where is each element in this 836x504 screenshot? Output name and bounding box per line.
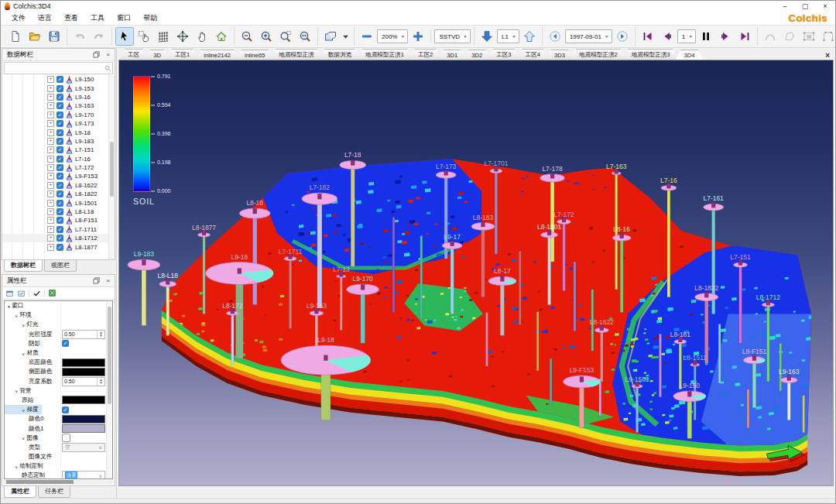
circle-right-button[interactable] <box>613 27 632 46</box>
skip-end-button[interactable] <box>735 27 754 46</box>
3d-viewport[interactable]: L7-18L7-1701L7-163L7-173L7-178L7-16L7-18… <box>118 60 834 486</box>
arrow-up-button[interactable] <box>520 27 539 46</box>
property-row[interactable]: 静态定制 顶置∨ <box>5 471 112 479</box>
tree-item-well[interactable]: + ✓ L7-151 <box>2 146 115 154</box>
move-cross-button[interactable] <box>173 27 192 46</box>
menu-item-5[interactable]: 帮助 <box>137 12 163 24</box>
well[interactable] <box>550 358 552 405</box>
property-row[interactable]: 底面颜色 <box>5 358 112 367</box>
expand-icon[interactable]: + <box>47 208 54 215</box>
光照强度-spinner[interactable]: 0.50▲▼ <box>62 330 105 339</box>
property-row[interactable]: ∨背景 <box>5 386 112 396</box>
tree-item-well[interactable]: + ✓ L9-173 <box>2 119 115 128</box>
fence-grid-button[interactable] <box>154 27 173 46</box>
property-row[interactable]: ∨环境 <box>5 310 112 320</box>
minus-button[interactable] <box>358 27 376 46</box>
property-row[interactable]: 光照强度 0.50▲▼ <box>5 330 112 339</box>
原始-color-swatch[interactable] <box>62 396 105 404</box>
menu-item-4[interactable]: 窗口 <box>111 12 137 24</box>
view-tab-数据浏览[interactable]: 数据浏览 <box>320 49 360 60</box>
well-visibility-checkbox[interactable]: ✓ <box>57 102 63 109</box>
expand-icon[interactable]: + <box>47 76 54 83</box>
zoom-level-select[interactable]: 200%▼ <box>377 29 408 43</box>
circle-left-button[interactable] <box>546 27 564 46</box>
tree-item-well[interactable]: + ✓ L9-18 <box>2 128 115 136</box>
window-check-icon[interactable] <box>17 289 26 297</box>
well-visibility-checkbox[interactable]: ✓ <box>57 226 63 233</box>
well-visibility-checkbox[interactable]: ✓ <box>57 182 63 189</box>
scene-canvas[interactable]: L7-18L7-1701L7-163L7-173L7-178L7-16L7-18… <box>119 60 833 485</box>
date-select[interactable]: 1997-09-01▼ <box>565 29 612 43</box>
arrow-down-button[interactable] <box>478 27 496 46</box>
well-visibility-checkbox[interactable]: ✓ <box>57 164 63 171</box>
expand-icon[interactable]: + <box>47 94 54 101</box>
zoom-fit-button[interactable] <box>296 27 314 46</box>
well[interactable] <box>574 262 576 331</box>
panel-tab-属性栏[interactable]: 属性栏 <box>4 486 36 498</box>
颜色0-color-swatch[interactable] <box>62 415 105 423</box>
expand-icon[interactable]: + <box>47 217 54 224</box>
view-tab-工区2[interactable]: 工区2 <box>409 49 441 60</box>
view-tab-inline65[interactable]: inline65 <box>236 50 273 60</box>
property-row[interactable]: ∨图像 <box>5 434 112 443</box>
底面颜色-color-swatch[interactable] <box>62 358 105 367</box>
tree-item-well[interactable]: + ✓ L9-1501 <box>2 198 115 207</box>
well[interactable] <box>779 343 782 391</box>
expand-icon[interactable]: + <box>47 226 54 233</box>
well-visibility-checkbox[interactable]: ✓ <box>57 156 63 163</box>
new-file-button[interactable] <box>6 27 25 46</box>
well[interactable] <box>599 379 601 416</box>
侧面颜色-color-swatch[interactable] <box>62 368 105 376</box>
tree-item-well[interactable]: + ✓ L9-183 <box>2 137 115 146</box>
well[interactable] <box>803 396 805 433</box>
step-forward-button[interactable] <box>716 27 735 46</box>
well-visibility-checkbox[interactable]: ✓ <box>57 111 63 118</box>
property-row[interactable]: ∨材质 <box>5 348 112 358</box>
well[interactable] <box>420 235 423 318</box>
expand-icon[interactable]: + <box>47 156 54 163</box>
property-row[interactable]: ∨绘制定制 <box>5 461 112 471</box>
zoom-window-button[interactable] <box>276 27 295 46</box>
expand-icon[interactable]: + <box>47 146 54 153</box>
well[interactable] <box>747 389 749 428</box>
view-tab-工区3[interactable]: 工区3 <box>488 49 519 60</box>
well-visibility-checkbox[interactable]: ✓ <box>57 138 63 145</box>
well[interactable] <box>536 312 539 371</box>
well-visibility-checkbox[interactable]: ✓ <box>57 235 63 242</box>
tree-item-well[interactable]: + ✓ L8-L18 <box>2 207 115 216</box>
well-visibility-checkbox[interactable]: ✓ <box>57 200 63 207</box>
export-table-icon[interactable] <box>48 289 57 297</box>
tree-item-well[interactable]: + ✓ L7-16 <box>2 155 115 163</box>
panel-tab-视图栏[interactable]: 视图栏 <box>44 260 77 272</box>
tree-item-well[interactable]: + ✓ L9-150 <box>2 75 115 84</box>
view-tab-3D4[interactable]: 3D4 <box>676 50 704 60</box>
maximize-button[interactable]: ▢ <box>795 1 815 12</box>
well-visibility-checkbox[interactable]: ✓ <box>57 129 63 136</box>
panel-tab-任务栏[interactable]: 任务栏 <box>38 486 70 498</box>
well-visibility-checkbox[interactable]: ✓ <box>57 120 63 127</box>
tree-item-well[interactable]: + ✓ L9-16 <box>2 93 115 101</box>
float-panel-icon[interactable] <box>92 276 101 285</box>
view-tab-3D2[interactable]: 3D2 <box>463 50 491 60</box>
view-tab-工区[interactable]: 工区 <box>119 49 148 60</box>
view-tab-地震模型正演1[interactable]: 地震模型正演1 <box>357 49 413 60</box>
layer-select[interactable]: L1▼ <box>497 29 519 43</box>
search-input[interactable] <box>5 63 104 74</box>
tree-item-well[interactable]: + ✓ L9-170 <box>2 111 115 119</box>
menu-item-1[interactable]: 语言 <box>32 12 58 24</box>
view-tab-工区4[interactable]: 工区4 <box>517 49 549 60</box>
well-visibility-checkbox[interactable]: ✓ <box>57 217 63 224</box>
tree-item-well[interactable]: + ✓ L9-153 <box>2 84 115 92</box>
expand-icon[interactable]: + <box>47 120 54 127</box>
view-tab-地震模型正演3[interactable]: 地震模型正演3 <box>623 49 679 60</box>
梯度-checkbox[interactable]: ✓ <box>62 406 69 413</box>
property-row[interactable]: 类型 空∨ <box>5 443 112 452</box>
pan-hand-button[interactable] <box>193 27 211 46</box>
well[interactable] <box>392 218 395 313</box>
expand-icon[interactable]: + <box>47 244 54 251</box>
close-button[interactable]: × <box>815 1 835 12</box>
property-row[interactable]: 颜色1 <box>5 423 112 433</box>
tree-scrollbar[interactable] <box>108 75 115 259</box>
tree-item-well[interactable]: + ✓ L7-1711 <box>2 225 115 234</box>
tree-item-well[interactable]: + ✓ L9-F153 <box>2 172 115 180</box>
